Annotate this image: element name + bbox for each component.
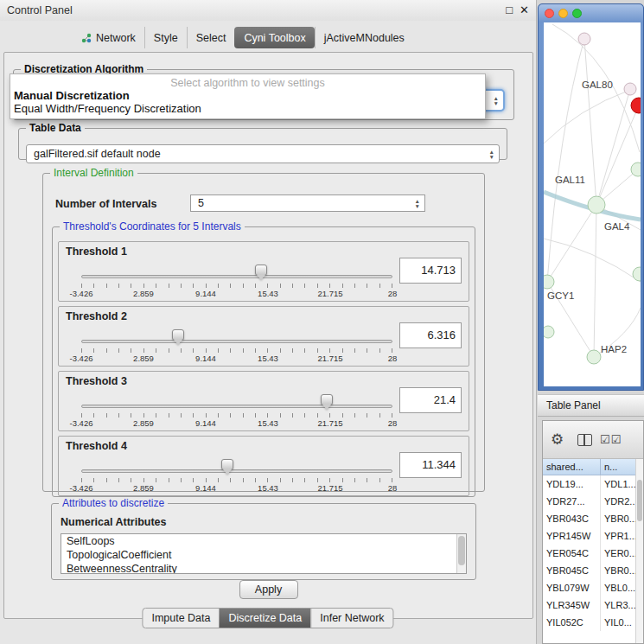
table-body: YDL19... YDL1... YDR27... YDR2... YBR043… — [543, 475, 635, 643]
network-node[interactable] — [633, 267, 641, 281]
threshold-value-field[interactable]: 6.316 — [399, 322, 462, 348]
tab-select[interactable]: Select — [187, 27, 235, 48]
list-item[interactable]: TopologicalCoefficient — [61, 548, 466, 562]
table-cell[interactable]: YBR045C — [543, 562, 601, 579]
network-node[interactable] — [544, 326, 554, 338]
list-scrollbar[interactable] — [456, 534, 466, 573]
table-cell[interactable]: YDR27... — [543, 493, 601, 510]
table-cell[interactable]: YBL0... — [601, 579, 635, 596]
tab-discretize-data[interactable]: Discretize Data — [220, 609, 311, 628]
slider-tick-label: 2.859 — [133, 354, 154, 363]
table-toolbar: ⚙ ☑☑ — [543, 421, 643, 459]
table-row[interactable]: YBR045C YBR0... — [543, 562, 635, 579]
table-cell[interactable]: YIL0... — [601, 614, 635, 631]
table-row[interactable]: YER054C YER0... — [543, 545, 635, 562]
algorithm-dropdown-popup: Select algorithm to view settings Manual… — [10, 73, 486, 119]
close-traffic-light-icon[interactable] — [545, 9, 554, 18]
threshold-label: Threshold 1 — [66, 245, 127, 258]
group-label: Attributes to discretize — [59, 497, 168, 509]
network-icon — [81, 33, 92, 43]
table-cell[interactable]: YIL052C — [543, 614, 601, 631]
list-item[interactable]: SelfLoops — [61, 534, 466, 548]
table-row[interactable]: YDR27... YDR2... — [543, 493, 635, 510]
table-row[interactable]: YBL079W YBL0... — [543, 579, 635, 596]
threshold-value-field[interactable]: 11.344 — [399, 452, 462, 478]
table-scrollbar[interactable] — [635, 459, 643, 643]
table-cell[interactable]: YDR2... — [601, 493, 635, 510]
control-panel-window: Control Panel □✕ NetworkStyleSelectCyni … — [0, 0, 537, 644]
gear-icon[interactable]: ⚙ — [551, 430, 564, 449]
column-header[interactable]: shared... — [543, 459, 601, 475]
table-cell[interactable]: YDL19... — [543, 475, 601, 493]
slider-tick-label: 2.859 — [133, 418, 154, 428]
close-icon[interactable]: ✕ — [520, 3, 529, 16]
threshold-value-field[interactable]: 14.713 — [399, 258, 462, 284]
network-window-titlebar[interactable] — [539, 4, 643, 22]
table-data-group: Table Data galFiltered.sif default node … — [18, 122, 507, 160]
table-row[interactable]: YIL052C YIL0... — [543, 614, 635, 631]
combo-arrows-icon[interactable]: ▲▼ — [494, 96, 499, 105]
tab-network[interactable]: Network — [73, 27, 144, 48]
table-cell[interactable]: YBR0... — [601, 562, 635, 579]
table-row[interactable]: YDL19... YDL1... — [543, 475, 635, 493]
cyni-toolbox-panel: Discretization Algorithm ▲▼ Select algor… — [3, 52, 533, 619]
slider-tick-labels: -3.4262.8599.14415.4321.71528 — [81, 456, 392, 495]
tab-impute-data[interactable]: Impute Data — [143, 609, 219, 628]
network-node[interactable] — [578, 33, 590, 45]
threshold-slider[interactable]: -3.4262.8599.14415.4321.71528 — [81, 456, 392, 495]
table-data-combobox[interactable]: galFiltered.sif default node ▲▼ — [26, 144, 500, 163]
network-node[interactable] — [631, 163, 641, 176]
table-cell[interactable]: YBR043C — [543, 510, 601, 527]
scrollbar-thumb[interactable] — [458, 536, 465, 565]
network-canvas[interactable]: GAL80GAL11GAL4GCY1HAP2 — [544, 22, 641, 386]
table-row[interactable]: YLR345W YLR3... — [543, 596, 635, 614]
network-node[interactable] — [544, 275, 554, 289]
table-cell[interactable]: YBL079W — [543, 579, 601, 596]
zoom-traffic-light-icon[interactable] — [572, 9, 582, 18]
network-node-selected[interactable] — [631, 98, 641, 113]
tab-label: Infer Network — [320, 612, 384, 624]
table-cell[interactable]: YPR145W — [543, 527, 601, 545]
apply-button[interactable]: Apply — [239, 580, 298, 599]
tab-style[interactable]: Style — [144, 27, 187, 48]
checkbox-icons[interactable]: ☑☑ — [600, 433, 622, 446]
network-node-label: GAL11 — [555, 175, 585, 185]
dropdown-option-manual-discretization[interactable]: Manual Discretization — [10, 89, 485, 102]
network-node[interactable] — [624, 83, 636, 95]
table-row[interactable]: YPR145W YPR1... — [543, 527, 635, 545]
network-node[interactable] — [587, 350, 601, 364]
table-cell[interactable]: YER054C — [543, 545, 601, 562]
restore-icon[interactable]: □ — [506, 3, 513, 16]
slider-tick-label: -3.426 — [70, 289, 93, 298]
list-item[interactable]: BetweennessCentrality — [61, 562, 466, 574]
threshold-slider[interactable]: -3.4262.8599.14415.4321.71528 — [81, 391, 392, 430]
scrollbar-thumb[interactable] — [637, 480, 642, 521]
tab-infer-network[interactable]: Infer Network — [310, 609, 392, 628]
slider-tick-labels: -3.4262.8599.14415.4321.71528 — [81, 261, 392, 301]
table-cell[interactable]: YLR345W — [543, 596, 601, 614]
attributes-listbox[interactable]: SelfLoopsTopologicalCoefficientBetweenne… — [61, 533, 467, 574]
table-cell[interactable]: YBR0... — [601, 510, 635, 527]
spinner-arrows-icon[interactable]: ▲▼ — [415, 199, 420, 208]
dropdown-option-equal-width-frequency-discretization[interactable]: Equal Width/Frequency Discretization — [10, 102, 485, 115]
tab-label: Impute Data — [151, 612, 210, 624]
slider-tick-label: 15.43 — [258, 418, 278, 428]
table-row[interactable]: YBR043C YBR0... — [543, 510, 635, 527]
network-node[interactable] — [588, 196, 605, 214]
combo-arrows-icon[interactable]: ▲▼ — [489, 150, 494, 159]
tab-jactivemnodules[interactable]: jActiveMNodules — [315, 27, 413, 48]
table-cell[interactable]: YER0... — [601, 545, 635, 562]
threshold-slider[interactable]: -3.4262.8599.14415.4321.71528 — [81, 261, 392, 301]
threshold-value-field[interactable]: 21.4 — [399, 387, 462, 413]
table-cell[interactable]: YLR3... — [601, 596, 635, 614]
slider-tick-label: 28 — [388, 289, 398, 298]
minimize-traffic-light-icon[interactable] — [558, 9, 568, 18]
table-cell[interactable]: YPR1... — [601, 527, 635, 545]
num-intervals-spinner[interactable]: 5 ▲▼ — [190, 194, 425, 212]
table-cell[interactable]: YDL1... — [601, 475, 635, 493]
threshold-box: Threshold 1 -3.4262.8599.14415.4321.7152… — [58, 241, 469, 302]
tab-cyni-toolbox[interactable]: Cyni Toolbox — [234, 27, 314, 48]
network-view-window: GAL80GAL11GAL4GCY1HAP2 — [538, 3, 644, 391]
columns-icon[interactable] — [577, 434, 592, 446]
threshold-slider[interactable]: -3.4262.8599.14415.4321.71528 — [81, 326, 392, 366]
